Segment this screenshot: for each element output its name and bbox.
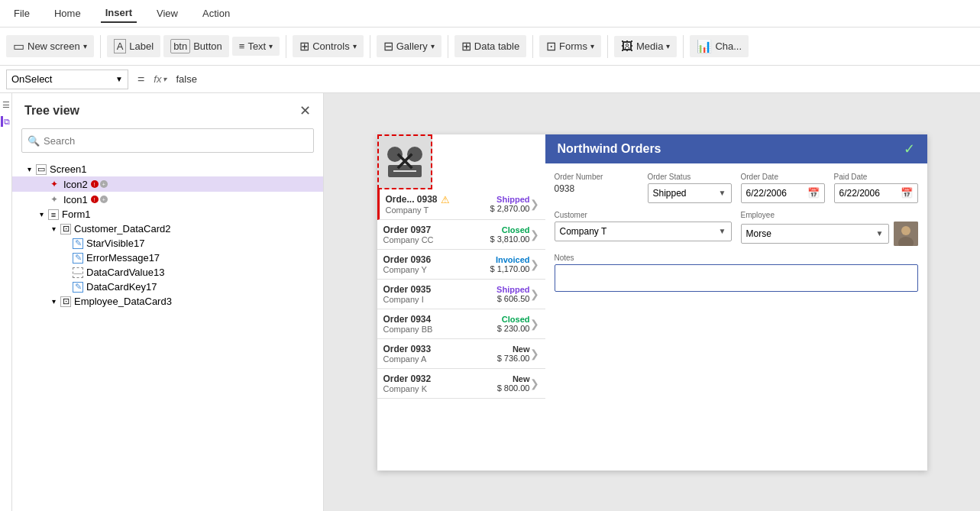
label-button[interactable]: A Label [107,35,160,57]
tree-panel: Tree view ✕ 🔍 ▾ ▭ Screen1 ✦ Icon2 ! [12,93,324,511]
row-0938-status: Shipped [490,195,530,204]
list-row-0934[interactable]: Order 0934 Company BB Closed $ 230.00 ❯ [377,309,545,339]
icon1-spacer [37,195,46,204]
tree-header: Tree view ✕ [12,93,323,128]
tree-close-button[interactable]: ✕ [299,102,311,119]
button-icon: btn [170,39,190,53]
order-date-field: Order Date 6/22/2006 📅 [741,173,825,203]
order-status-select[interactable]: Shipped ▼ [648,183,732,203]
tree-item-errormessage17[interactable]: ✎ ErrorMessage17 [12,251,323,265]
app-detail-checkmark-icon[interactable]: ✓ [904,141,915,157]
menu-file[interactable]: File [9,5,34,22]
screen1-screen-icon: ▭ [36,164,47,175]
data-table-icon: ⊞ [461,39,471,53]
property-dropdown[interactable]: OnSelect ▼ [6,70,128,89]
new-screen-button[interactable]: ▭ New screen ▾ [6,35,94,57]
list-row-0937[interactable]: Order 0937 Company CC Closed $ 3,810.00 … [377,220,545,250]
order-number-value: 0938 [555,183,639,194]
employee-avatar [894,222,918,246]
detail-row-2: Customer Company T ▼ Employee Morse [555,211,918,246]
tree-item-icon2[interactable]: ✦ Icon2 ! + [12,176,323,192]
tree-item-customer-datacard2[interactable]: ▾ ⊡ Customer_DataCard2 [12,222,323,236]
order-date-input[interactable]: 6/22/2006 📅 [741,183,825,203]
row-0933-right: New $ 736.00 [497,344,530,363]
app-preview: ✕ Orde... 0938 ⚠ Company T [377,134,927,471]
dck17-icon: ✎ [73,282,83,293]
list-row-0935[interactable]: Order 0935 Company I Shipped $ 606.50 ❯ [377,280,545,309]
row-0933-order: Order 0933 [383,344,497,354]
row-0935-company: Company I [383,295,497,304]
employee-select[interactable]: Morse ▼ [741,224,889,244]
paid-date-input[interactable]: 6/22/2006 📅 [834,183,918,203]
em17-label: ErrorMessage17 [86,252,160,264]
tree-item-datacardkey17[interactable]: ✎ DataCardKey17 [12,280,323,294]
customer-dc2-collapse-icon[interactable]: ▾ [49,225,58,234]
sv17-spacer [61,239,70,248]
formula-equals: = [131,73,150,86]
row-0937-right: Closed $ 3,810.00 [490,225,530,244]
menu-home[interactable]: Home [50,5,86,22]
menu-view[interactable]: View [152,5,183,22]
notes-input[interactable] [555,264,918,292]
form1-form-icon: ≡ [48,209,59,220]
tree-item-form1[interactable]: ▾ ≡ Form1 [12,207,323,222]
media-chevron-icon: ▾ [666,42,670,50]
edc3-collapse-icon[interactable]: ▾ [49,297,58,306]
menu-bar: File Home Insert View Action [0,0,980,27]
customer-select[interactable]: Company T ▼ [555,222,732,241]
gallery-button[interactable]: ⊟ Gallery ▾ [377,35,441,57]
icon2-error-badge: ! [91,180,99,188]
detail-row-1: Order Number 0938 Order Status Shipped ▼… [555,173,918,203]
controls-button[interactable]: ⊞ Controls ▾ [293,35,363,57]
customer-dc2-label: Customer_DataCard2 [74,223,170,234]
screen1-label: Screen1 [50,163,86,175]
selected-icon-widget[interactable]: ✕ [377,134,432,189]
row-0936-status: Invoiced [490,255,530,264]
tree-item-starvisible17[interactable]: ✎ StarVisible17 [12,236,323,251]
app-detail-title: Northwind Orders [558,142,661,156]
tree-item-datacardvalue13[interactable]: — DataCardValue13 [12,265,323,280]
main-area: ☰ ⧉ Tree view ✕ 🔍 ▾ ▭ Screen1 ✦ [0,93,980,511]
form1-collapse-icon[interactable]: ▾ [37,210,46,219]
list-row-0933[interactable]: Order 0933 Company A New $ 736.00 ❯ [377,339,545,369]
list-row-0932[interactable]: Order 0932 Company K New $ 800.00 ❯ [377,369,545,399]
row-0932-status: New [497,374,530,383]
tree-item-employee-datacard3[interactable]: ▾ ⊡ Employee_DataCard3 [12,294,323,309]
order-status-field: Order Status Shipped ▼ [648,173,732,203]
button-button[interactable]: btn Button [163,35,229,57]
row-0936-amount: $ 1,170.00 [490,264,530,273]
dcv13-label: DataCardValue13 [86,267,164,278]
data-table-button[interactable]: ⊞ Data table [454,35,526,57]
sv17-icon: ✎ [73,238,83,249]
row-0934-amount: $ 230.00 [497,324,530,333]
row-0933-info: Order 0933 Company A [383,344,497,364]
formula-fx-button[interactable]: fx ▾ [154,73,167,85]
text-button[interactable]: ≡ Text ▾ [232,37,280,56]
menu-action[interactable]: Action [198,5,234,22]
tree-item-screen1[interactable]: ▾ ▭ Screen1 [12,162,323,176]
list-row-0938[interactable]: Orde... 0938 ⚠ Company T Shipped $ 2,870… [377,189,545,220]
employee-label: Employee [741,211,918,219]
employee-value: Morse [746,228,771,239]
media-button[interactable]: 🖼 Media ▾ [614,36,677,57]
canvas-area[interactable]: ✕ Orde... 0938 ⚠ Company T [324,93,980,511]
row-0934-arrow-icon: ❯ [530,318,539,330]
icon2-label: Icon2 [63,179,88,190]
list-row-0936[interactable]: Order 0936 Company Y Invoiced $ 1,170.00… [377,250,545,280]
toolbar-separator-3 [370,35,370,58]
app-detail-panel: Northwind Orders ✓ Order Number 0938 Ord… [545,134,927,471]
row-0938-right: Shipped $ 2,870.00 [490,195,530,213]
dck17-label: DataCardKey17 [86,281,157,293]
row-0937-arrow-icon: ❯ [530,228,539,241]
tree-item-icon1[interactable]: ✦ Icon1 ! + [12,192,323,207]
row-0936-info: Order 0936 Company Y [383,254,490,274]
row-0932-arrow-icon: ❯ [530,377,539,390]
form1-label: Form1 [62,209,91,220]
search-input[interactable] [21,128,314,153]
screen1-collapse-icon[interactable]: ▾ [24,165,34,174]
menu-insert[interactable]: Insert [101,4,137,23]
chart-button[interactable]: 📊 Cha... [690,35,749,57]
layers-nav-icon[interactable]: ⧉ [1,116,11,127]
forms-button[interactable]: ⊡ Forms ▾ [539,35,601,57]
hamburger-nav-icon[interactable]: ☰ [1,99,11,110]
